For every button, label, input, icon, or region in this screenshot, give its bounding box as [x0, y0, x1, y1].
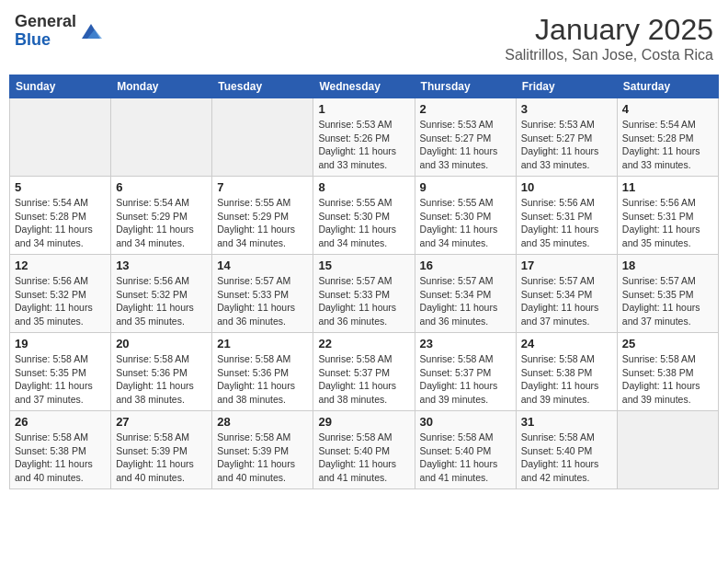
- column-header-monday: Monday: [111, 75, 212, 98]
- day-detail: Sunrise: 5:58 AM Sunset: 5:35 PM Dayligh…: [15, 352, 106, 407]
- calendar-cell: 13Sunrise: 5:56 AM Sunset: 5:32 PM Dayli…: [111, 255, 212, 333]
- day-detail: Sunrise: 5:56 AM Sunset: 5:32 PM Dayligh…: [116, 274, 207, 328]
- calendar-cell: 3Sunrise: 5:53 AM Sunset: 5:27 PM Daylig…: [516, 98, 617, 177]
- calendar-cell: 15Sunrise: 5:57 AM Sunset: 5:33 PM Dayli…: [313, 255, 415, 333]
- calendar-cell: 31Sunrise: 5:58 AM Sunset: 5:40 PM Dayli…: [516, 411, 617, 489]
- day-detail: Sunrise: 5:55 AM Sunset: 5:29 PM Dayligh…: [217, 196, 308, 250]
- calendar-cell: 29Sunrise: 5:58 AM Sunset: 5:40 PM Dayli…: [313, 411, 415, 489]
- day-detail: Sunrise: 5:58 AM Sunset: 5:38 PM Dayligh…: [622, 352, 713, 407]
- logo-blue-text: Blue: [15, 30, 51, 49]
- day-detail: Sunrise: 5:53 AM Sunset: 5:26 PM Dayligh…: [318, 118, 409, 172]
- day-number: 17: [521, 259, 612, 272]
- day-number: 9: [420, 180, 511, 194]
- day-number: 16: [420, 259, 511, 272]
- calendar-cell: 16Sunrise: 5:57 AM Sunset: 5:34 PM Dayli…: [415, 255, 516, 333]
- page-header: General Blue January 2025 Salitrillos, S…: [9, 9, 719, 67]
- calendar-cell: 25Sunrise: 5:58 AM Sunset: 5:38 PM Dayli…: [617, 333, 718, 411]
- calendar-cell: 2Sunrise: 5:53 AM Sunset: 5:27 PM Daylig…: [415, 98, 516, 177]
- day-detail: Sunrise: 5:58 AM Sunset: 5:36 PM Dayligh…: [217, 352, 308, 407]
- day-detail: Sunrise: 5:57 AM Sunset: 5:34 PM Dayligh…: [521, 274, 612, 328]
- day-number: 19: [15, 337, 106, 350]
- day-number: 6: [116, 180, 207, 194]
- calendar-week-row: 26Sunrise: 5:58 AM Sunset: 5:38 PM Dayli…: [10, 411, 719, 489]
- calendar-week-row: 1Sunrise: 5:53 AM Sunset: 5:26 PM Daylig…: [10, 98, 719, 177]
- day-number: 5: [15, 180, 106, 194]
- day-number: 8: [318, 180, 409, 194]
- day-detail: Sunrise: 5:56 AM Sunset: 5:31 PM Dayligh…: [521, 196, 612, 250]
- day-number: 25: [622, 337, 713, 350]
- day-number: 10: [521, 180, 612, 194]
- day-number: 1: [318, 102, 409, 116]
- calendar-cell: 26Sunrise: 5:58 AM Sunset: 5:38 PM Dayli…: [10, 411, 111, 489]
- day-detail: Sunrise: 5:58 AM Sunset: 5:38 PM Dayligh…: [521, 352, 612, 407]
- day-number: 27: [116, 415, 207, 429]
- calendar-table: SundayMondayTuesdayWednesdayThursdayFrid…: [9, 75, 719, 489]
- logo: General Blue: [15, 13, 104, 50]
- calendar-cell: 20Sunrise: 5:58 AM Sunset: 5:36 PM Dayli…: [111, 333, 212, 411]
- calendar-cell: 17Sunrise: 5:57 AM Sunset: 5:34 PM Dayli…: [516, 255, 617, 333]
- column-header-tuesday: Tuesday: [212, 75, 313, 98]
- calendar-week-row: 5Sunrise: 5:54 AM Sunset: 5:28 PM Daylig…: [10, 177, 719, 255]
- day-number: 28: [217, 415, 308, 429]
- calendar-cell: 28Sunrise: 5:58 AM Sunset: 5:39 PM Dayli…: [212, 411, 313, 489]
- day-detail: Sunrise: 5:56 AM Sunset: 5:32 PM Dayligh…: [15, 274, 106, 328]
- calendar-cell: 23Sunrise: 5:58 AM Sunset: 5:37 PM Dayli…: [415, 333, 516, 411]
- calendar-cell: [212, 98, 313, 177]
- calendar-cell: 24Sunrise: 5:58 AM Sunset: 5:38 PM Dayli…: [516, 333, 617, 411]
- day-detail: Sunrise: 5:57 AM Sunset: 5:35 PM Dayligh…: [622, 274, 713, 328]
- day-detail: Sunrise: 5:58 AM Sunset: 5:39 PM Dayligh…: [217, 431, 308, 485]
- calendar-cell: 11Sunrise: 5:56 AM Sunset: 5:31 PM Dayli…: [617, 177, 718, 255]
- calendar-cell: 12Sunrise: 5:56 AM Sunset: 5:32 PM Dayli…: [10, 255, 111, 333]
- calendar-cell: 1Sunrise: 5:53 AM Sunset: 5:26 PM Daylig…: [313, 98, 415, 177]
- calendar-cell: [617, 411, 718, 489]
- day-number: 4: [622, 102, 713, 116]
- day-detail: Sunrise: 5:58 AM Sunset: 5:40 PM Dayligh…: [420, 431, 511, 485]
- calendar-week-row: 12Sunrise: 5:56 AM Sunset: 5:32 PM Dayli…: [10, 255, 719, 333]
- day-number: 2: [420, 102, 511, 116]
- column-header-saturday: Saturday: [617, 75, 718, 98]
- day-detail: Sunrise: 5:54 AM Sunset: 5:28 PM Dayligh…: [15, 196, 106, 250]
- day-number: 26: [15, 415, 106, 429]
- calendar-cell: 14Sunrise: 5:57 AM Sunset: 5:33 PM Dayli…: [212, 255, 313, 333]
- title-block: January 2025 Salitrillos, San Jose, Cost…: [505, 13, 713, 63]
- day-number: 18: [622, 259, 713, 272]
- calendar-header-row: SundayMondayTuesdayWednesdayThursdayFrid…: [10, 75, 719, 98]
- calendar-cell: 19Sunrise: 5:58 AM Sunset: 5:35 PM Dayli…: [10, 333, 111, 411]
- day-detail: Sunrise: 5:58 AM Sunset: 5:36 PM Dayligh…: [116, 352, 207, 407]
- calendar-cell: 8Sunrise: 5:55 AM Sunset: 5:30 PM Daylig…: [313, 177, 415, 255]
- day-number: 7: [217, 180, 308, 194]
- calendar-cell: 30Sunrise: 5:58 AM Sunset: 5:40 PM Dayli…: [415, 411, 516, 489]
- calendar-cell: 21Sunrise: 5:58 AM Sunset: 5:36 PM Dayli…: [212, 333, 313, 411]
- calendar-cell: 5Sunrise: 5:54 AM Sunset: 5:28 PM Daylig…: [10, 177, 111, 255]
- month-title: January 2025: [505, 13, 713, 47]
- calendar-cell: 10Sunrise: 5:56 AM Sunset: 5:31 PM Dayli…: [516, 177, 617, 255]
- calendar-cell: 9Sunrise: 5:55 AM Sunset: 5:30 PM Daylig…: [415, 177, 516, 255]
- day-detail: Sunrise: 5:53 AM Sunset: 5:27 PM Dayligh…: [420, 118, 511, 172]
- calendar-cell: 22Sunrise: 5:58 AM Sunset: 5:37 PM Dayli…: [313, 333, 415, 411]
- day-number: 12: [15, 259, 106, 272]
- day-detail: Sunrise: 5:54 AM Sunset: 5:29 PM Dayligh…: [116, 196, 207, 250]
- calendar-cell: 6Sunrise: 5:54 AM Sunset: 5:29 PM Daylig…: [111, 177, 212, 255]
- day-detail: Sunrise: 5:54 AM Sunset: 5:28 PM Dayligh…: [622, 118, 713, 172]
- day-number: 3: [521, 102, 612, 116]
- column-header-wednesday: Wednesday: [313, 75, 415, 98]
- day-detail: Sunrise: 5:58 AM Sunset: 5:40 PM Dayligh…: [521, 431, 612, 485]
- day-number: 21: [217, 337, 308, 350]
- column-header-friday: Friday: [516, 75, 617, 98]
- column-header-sunday: Sunday: [10, 75, 111, 98]
- day-number: 24: [521, 337, 612, 350]
- day-detail: Sunrise: 5:55 AM Sunset: 5:30 PM Dayligh…: [318, 196, 409, 250]
- day-detail: Sunrise: 5:57 AM Sunset: 5:33 PM Dayligh…: [217, 274, 308, 328]
- day-number: 29: [318, 415, 409, 429]
- calendar-week-row: 19Sunrise: 5:58 AM Sunset: 5:35 PM Dayli…: [10, 333, 719, 411]
- day-number: 23: [420, 337, 511, 350]
- calendar-cell: 7Sunrise: 5:55 AM Sunset: 5:29 PM Daylig…: [212, 177, 313, 255]
- day-detail: Sunrise: 5:55 AM Sunset: 5:30 PM Dayligh…: [420, 196, 511, 250]
- day-number: 11: [622, 180, 713, 194]
- day-number: 15: [318, 259, 409, 272]
- day-number: 31: [521, 415, 612, 429]
- calendar-cell: 4Sunrise: 5:54 AM Sunset: 5:28 PM Daylig…: [617, 98, 718, 177]
- location-subtitle: Salitrillos, San Jose, Costa Rica: [505, 47, 713, 63]
- calendar-cell: [111, 98, 212, 177]
- day-detail: Sunrise: 5:58 AM Sunset: 5:39 PM Dayligh…: [116, 431, 207, 485]
